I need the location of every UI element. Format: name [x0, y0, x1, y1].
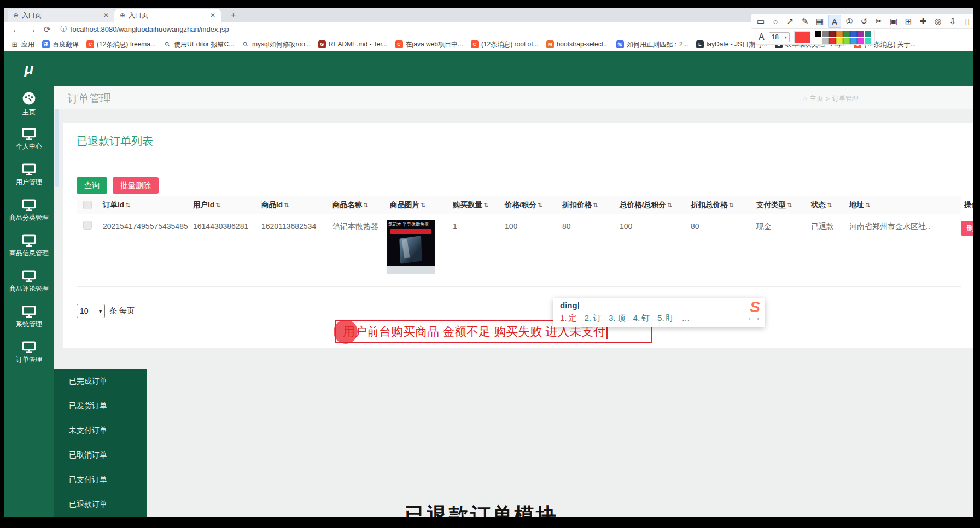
rect-tool-icon[interactable]: ▭ — [754, 15, 767, 28]
submenu-item-shipped-orders[interactable]: 已发货订单 — [54, 394, 147, 418]
mosaic-tool-icon[interactable]: ▦ — [813, 15, 826, 28]
pin-tool-icon[interactable]: ✚ — [917, 15, 930, 28]
bookmark-item[interactable]: ⚲使用UEditor 报错C... — [164, 40, 234, 49]
download-tool-icon[interactable]: ⇩ — [946, 15, 959, 28]
select-all-checkbox[interactable] — [83, 201, 92, 209]
undo-tool-icon[interactable]: ↺ — [858, 15, 871, 28]
sort-icon[interactable]: ⇅ — [667, 202, 672, 208]
palette-color[interactable] — [829, 38, 836, 44]
close-icon[interactable]: ✕ — [103, 11, 109, 19]
palette-color[interactable] — [858, 38, 864, 44]
sidebar-item-product-info-management[interactable]: 商品信息管理 — [4, 228, 54, 264]
address-bar[interactable]: ⓘ localhost:8080/wangluodaihuowangzhan/i… — [61, 25, 229, 34]
reload-icon[interactable]: ⟳ — [44, 25, 51, 34]
close-icon[interactable]: ✕ — [210, 11, 215, 19]
sort-icon[interactable]: ⇅ — [729, 202, 734, 208]
info-icon[interactable]: ⓘ — [61, 25, 67, 34]
bookmark-item[interactable]: Mbootstrap-select... — [546, 40, 609, 48]
pen-tool-icon[interactable]: ✎ — [798, 15, 812, 28]
palette-color[interactable] — [822, 31, 829, 37]
app-logo[interactable]: μ — [4, 51, 54, 86]
submenu-item-refunded-orders[interactable]: 已退款订单 — [54, 492, 147, 517]
step-badge-tool-icon[interactable]: ① — [843, 15, 856, 28]
palette-color[interactable] — [850, 31, 857, 37]
bookmark-apps[interactable]: ⊞应用 — [11, 40, 34, 49]
browser-tab-2[interactable]: ⊕ 入口页 ✕ — [114, 9, 221, 22]
forward-icon[interactable]: → — [28, 25, 36, 34]
ime-candidate[interactable]: 2.订 — [585, 313, 602, 324]
ime-candidate[interactable]: 5.盯 — [657, 313, 674, 324]
bookmark-item[interactable]: 知如何用正则匹配：2... — [616, 40, 689, 49]
monitor-icon — [22, 163, 36, 175]
palette-color[interactable] — [829, 31, 836, 37]
sort-icon[interactable]: ⇅ — [284, 202, 289, 208]
monitor-icon — [22, 234, 36, 247]
submenu-item-cancelled-orders[interactable]: 已取消订单 — [54, 443, 147, 467]
sort-icon[interactable]: ⇅ — [483, 202, 488, 208]
text-tool-icon[interactable]: A — [828, 15, 841, 28]
arrow-tool-icon[interactable]: ↗ — [784, 15, 797, 28]
ime-candidate[interactable]: 3.顶 — [609, 313, 626, 324]
submenu-item-unpaid-orders[interactable]: 未支付订单 — [54, 418, 147, 443]
current-color-swatch[interactable] — [794, 31, 810, 43]
cut-tool-icon[interactable]: ✂ — [872, 15, 885, 28]
palette-color[interactable] — [865, 38, 871, 44]
palette-color[interactable] — [843, 38, 850, 44]
sidebar-item-personal-center[interactable]: 个人中心 — [4, 122, 54, 157]
palette-color[interactable] — [865, 31, 871, 37]
font-size-select[interactable]: 18 ▾ — [769, 32, 790, 42]
batch-delete-button[interactable]: 批量删除 — [113, 177, 159, 194]
sidebar-item-system-management[interactable]: 系统管理 — [4, 300, 54, 335]
bookmark-item[interactable]: C(12条消息) freema... — [86, 40, 156, 49]
palette-color[interactable] — [843, 31, 850, 37]
bookmark-item[interactable]: C(12条消息) root of... — [471, 40, 539, 49]
sidebar-item-user-management[interactable]: 用户管理 — [4, 157, 54, 193]
sidebar-item-category-management[interactable]: 商品分类管理 — [4, 193, 54, 228]
query-button[interactable]: 查询 — [77, 177, 107, 194]
palette-color[interactable] — [822, 38, 829, 44]
ellipse-tool-icon[interactable]: ○ — [769, 15, 782, 28]
palette-color[interactable] — [836, 38, 843, 44]
ocr-tool-icon[interactable]: ⊞ — [902, 15, 915, 28]
delete-button[interactable]: 删除 — [961, 221, 973, 236]
palette-color[interactable] — [858, 31, 864, 37]
sort-icon[interactable]: ⇅ — [363, 202, 368, 208]
row-checkbox[interactable] — [83, 221, 92, 230]
sidebar-item-order-management[interactable]: 订单管理 — [4, 335, 54, 371]
next-page-icon[interactable]: › — [757, 314, 759, 322]
sort-icon[interactable]: ⇅ — [125, 202, 130, 208]
sort-icon[interactable]: ⇅ — [538, 202, 542, 208]
page-size-select[interactable]: 10 ▾ — [77, 304, 105, 318]
palette-color[interactable] — [815, 31, 821, 37]
sort-icon[interactable]: ⇅ — [215, 202, 220, 208]
sort-icon[interactable]: ⇅ — [421, 202, 425, 208]
palette-color[interactable] — [815, 38, 821, 44]
mobile-tool-icon[interactable]: ▯ — [961, 15, 973, 28]
ime-candidate[interactable]: 4.钉 — [633, 313, 650, 324]
sidebar-item-comment-management[interactable]: 商品评论管理 — [4, 264, 54, 300]
record-tool-icon[interactable]: ◎ — [931, 15, 944, 28]
copy-tool-icon[interactable]: ▣ — [887, 15, 900, 28]
scrollbar-thumb[interactable] — [55, 99, 59, 187]
breadcrumb-home[interactable]: 主页 — [810, 94, 823, 103]
browser-tab-1[interactable]: ⊕ 入口页 ✕ — [8, 9, 114, 22]
sort-icon[interactable]: ⇅ — [787, 202, 792, 208]
submenu-item-completed-orders[interactable]: 已完成订单 — [54, 369, 147, 394]
sort-icon[interactable]: ⇅ — [865, 202, 870, 208]
bookmark-item[interactable]: GREADME.md - Ter... — [318, 40, 388, 48]
new-tab-button[interactable]: + — [226, 9, 240, 22]
sort-icon[interactable]: ⇅ — [827, 202, 832, 208]
sidebar-item-home[interactable]: 主页 — [4, 86, 54, 122]
url-text[interactable]: localhost:8080/wangluodaihuowangzhan/ind… — [71, 25, 229, 33]
palette-color[interactable] — [850, 38, 857, 44]
sidebar-item-label: 个人中心 — [16, 142, 42, 151]
back-icon[interactable]: ← — [12, 25, 20, 34]
ime-candidate[interactable]: 1.定 — [560, 313, 577, 324]
bookmark-item[interactable]: C在java web项目中... — [395, 40, 463, 49]
bookmark-item[interactable]: ⚲mysql如何修改roo... — [242, 40, 311, 49]
palette-color[interactable] — [836, 31, 843, 37]
bookmark-item[interactable]: 译百度翻译 — [42, 40, 79, 49]
sort-icon[interactable]: ⇅ — [593, 202, 598, 208]
prev-page-icon[interactable]: ‹ — [749, 314, 751, 322]
submenu-item-paid-orders[interactable]: 已支付订单 — [54, 467, 147, 492]
